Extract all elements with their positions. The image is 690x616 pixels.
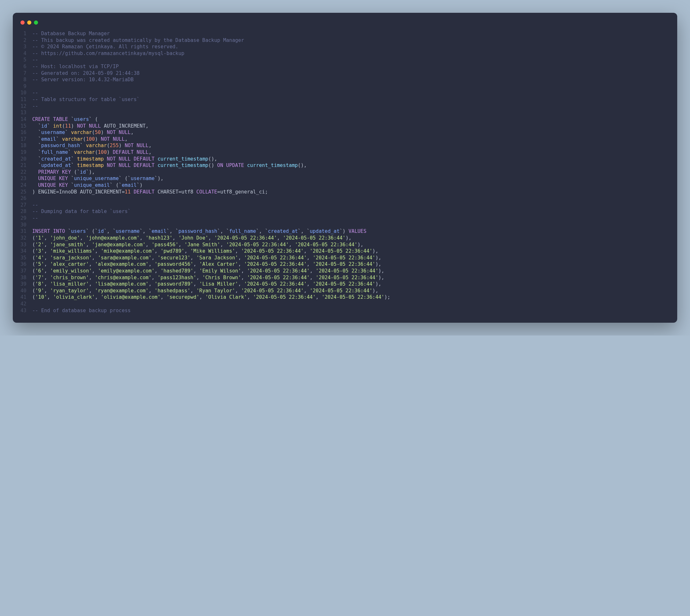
token-keyword: NULL bbox=[119, 162, 131, 168]
code-line[interactable]: ('7', 'chris_brown', 'chris@example.com'… bbox=[32, 274, 670, 281]
token-punct: , bbox=[80, 235, 86, 241]
code-line[interactable]: -- End of database backup process bbox=[32, 307, 670, 314]
token-string: '2024-05-05 22:36:44' bbox=[241, 288, 304, 293]
token-punct: ( bbox=[32, 281, 35, 287]
line-number: 29 bbox=[20, 215, 26, 222]
code-line[interactable]: -- Server version: 10.4.32-MariaDB bbox=[32, 76, 670, 83]
token-punct: , bbox=[220, 242, 226, 247]
line-number: 16 bbox=[20, 129, 26, 136]
code-line[interactable]: ('3', 'mike_williams', 'mike@example.com… bbox=[32, 248, 670, 255]
token-string: 'emily@example.com' bbox=[98, 268, 154, 274]
code-line[interactable]: UNIQUE KEY `unique_username` (`username`… bbox=[32, 175, 670, 182]
token-punct: , bbox=[44, 242, 50, 247]
line-number: 27 bbox=[20, 202, 26, 208]
code-line[interactable]: -- Host: localhost via TCP/IP bbox=[32, 63, 670, 70]
code-line[interactable]: `created_at` timestamp NOT NULL DEFAULT … bbox=[32, 156, 670, 162]
line-number: 9 bbox=[20, 83, 26, 90]
code-line[interactable]: -- bbox=[32, 202, 670, 208]
code-line[interactable]: -- Dumping data for table `users` bbox=[32, 208, 670, 215]
token-string: 'hashedpass' bbox=[154, 288, 190, 293]
token-string: '2024-05-05 22:36:44' bbox=[244, 261, 307, 267]
code-line[interactable]: ('4', 'sara_jackson', 'sara@example.com'… bbox=[32, 255, 670, 261]
line-number: 28 bbox=[20, 208, 26, 215]
token-number: 100 bbox=[86, 136, 95, 142]
token-comment: -- Database Backup Manager bbox=[32, 31, 110, 37]
line-number: 41 bbox=[20, 294, 26, 301]
token-punct: ( bbox=[32, 242, 35, 247]
token-keyword: NULL bbox=[136, 149, 148, 155]
token-keyword: NOT bbox=[107, 130, 116, 135]
code-line[interactable]: -- bbox=[32, 90, 670, 96]
token-punct: , bbox=[152, 255, 158, 261]
line-number: 7 bbox=[20, 70, 26, 77]
code-line[interactable]: -- © 2024 Ramazan Çetinkaya. All rights … bbox=[32, 44, 670, 50]
token-string: 'securepwd' bbox=[166, 294, 200, 300]
token-keyword: NOT bbox=[107, 162, 116, 168]
code-line[interactable]: ('6', 'emily_wilson', 'emily@example.com… bbox=[32, 268, 670, 274]
line-number: 6 bbox=[20, 63, 26, 70]
zoom-icon[interactable] bbox=[34, 20, 38, 25]
code-line[interactable]: PRIMARY KEY (`id`), bbox=[32, 169, 670, 176]
token-comment: -- Dumping data for table `users` bbox=[32, 208, 131, 214]
code-line[interactable] bbox=[32, 222, 670, 228]
token-keyword: UNIQUE bbox=[38, 176, 56, 181]
code-line[interactable]: ) ENGINE=InnoDB AUTO_INCREMENT=11 DEFAUL… bbox=[32, 189, 670, 195]
token-def: email bbox=[152, 228, 166, 234]
code-line[interactable]: ('2', 'jane_smith', 'jane@example.com', … bbox=[32, 241, 670, 248]
code-line[interactable]: `updated_at` timestamp NOT NULL DEFAULT … bbox=[32, 162, 670, 169]
code-line[interactable]: CREATE TABLE `users` ( bbox=[32, 116, 670, 123]
code-line[interactable]: `password_hash` varchar(255) NOT NULL, bbox=[32, 142, 670, 149]
token-punct: , bbox=[44, 255, 50, 261]
token-string: 'alex@example.com' bbox=[95, 261, 149, 267]
code-line[interactable]: `full_name` varchar(100) DEFAULT NULL, bbox=[32, 149, 670, 156]
close-icon[interactable] bbox=[20, 20, 25, 25]
code-line[interactable]: -- Database Backup Manager bbox=[32, 30, 670, 37]
code-line[interactable]: ('10', 'olivia_clark', 'olivia@example.c… bbox=[32, 294, 670, 301]
code-line[interactable]: -- bbox=[32, 103, 670, 110]
line-number: 14 bbox=[20, 116, 26, 123]
code-line[interactable]: `username` varchar(50) NOT NULL, bbox=[32, 129, 670, 136]
token-keyword: NULL bbox=[136, 142, 148, 148]
code-line[interactable]: INSERT INTO `users` (`id`, `username`, `… bbox=[32, 228, 670, 235]
token-string: 'jane_smith' bbox=[50, 242, 86, 247]
code-line[interactable] bbox=[32, 109, 670, 116]
code-line[interactable] bbox=[32, 83, 670, 90]
code-line[interactable] bbox=[32, 301, 670, 307]
line-number: 40 bbox=[20, 288, 26, 294]
token-string: '2024-05-05 22:36:44' bbox=[214, 235, 277, 241]
token-ident: `), bbox=[86, 169, 95, 175]
token-ident bbox=[56, 176, 59, 181]
token-string: 'john_doe' bbox=[50, 235, 80, 241]
token-ident: `, ` bbox=[298, 228, 310, 234]
code-line[interactable]: -- Generated on: 2024-05-09 21:44:38 bbox=[32, 70, 670, 77]
token-ident: , bbox=[149, 149, 152, 155]
code-line[interactable]: -- This backup was created automatically… bbox=[32, 37, 670, 44]
code-line[interactable]: -- https://github.com/ramazancetinkaya/m… bbox=[32, 50, 670, 57]
code-editor[interactable]: 1-- Database Backup Manager2-- This back… bbox=[20, 30, 670, 314]
line-number: 8 bbox=[20, 76, 26, 83]
code-line[interactable]: -- bbox=[32, 57, 670, 63]
code-line[interactable]: ('1', 'john_doe', 'john@example.com', 'h… bbox=[32, 235, 670, 241]
code-line[interactable]: ('5', 'alex_carter', 'alex@example.com',… bbox=[32, 261, 670, 268]
token-punct: ( bbox=[32, 294, 35, 300]
token-string: '7' bbox=[35, 275, 44, 281]
token-punct: , bbox=[241, 268, 247, 274]
token-func: current_timestamp bbox=[158, 156, 208, 162]
token-keyword: KEY bbox=[62, 169, 71, 175]
minimize-icon[interactable] bbox=[27, 20, 31, 25]
token-punct: , bbox=[238, 261, 244, 267]
code-line[interactable]: -- Table structure for table `users` bbox=[32, 96, 670, 103]
token-def: unique_email bbox=[74, 182, 110, 188]
token-def: password_hash bbox=[178, 228, 217, 234]
code-line[interactable]: -- bbox=[32, 215, 670, 222]
code-line[interactable]: ('9', 'ryan_taylor', 'ryan@example.com',… bbox=[32, 288, 670, 294]
code-line[interactable] bbox=[32, 195, 670, 202]
token-ident: `, ` bbox=[256, 228, 268, 234]
code-line[interactable]: `id` int(11) NOT NULL AUTO_INCREMENT, bbox=[32, 123, 670, 130]
token-punct: ( bbox=[32, 248, 35, 254]
code-line[interactable]: ('8', 'lisa_miller', 'lisa@example.com',… bbox=[32, 281, 670, 288]
token-punct: , bbox=[307, 261, 313, 267]
code-line[interactable]: `email` varchar(100) NOT NULL, bbox=[32, 136, 670, 142]
code-line[interactable]: UNIQUE KEY `unique_email` (`email`) bbox=[32, 182, 670, 189]
token-keyword: TABLE bbox=[53, 116, 68, 122]
